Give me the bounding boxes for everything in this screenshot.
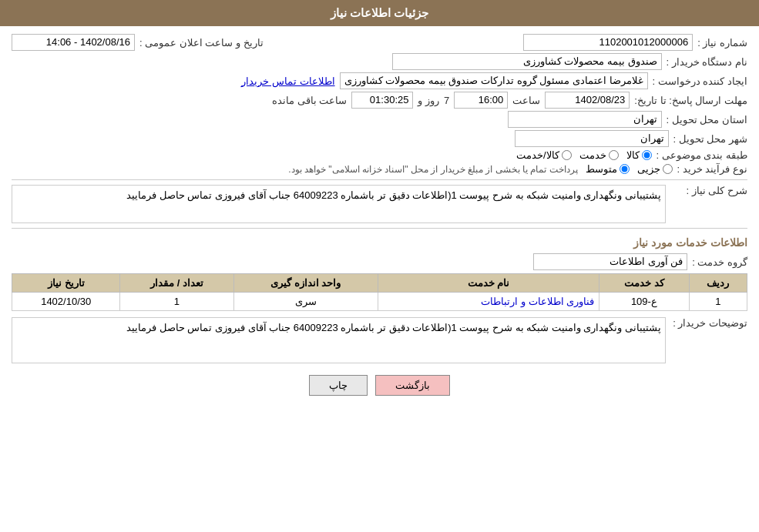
category-kala-khedmat-label: کالا/خدمت xyxy=(516,149,559,161)
col-code: کد خدمت xyxy=(599,274,689,293)
page-title: جزئیات اطلاعات نیاز xyxy=(331,6,428,19)
process-jozi-radio[interactable] xyxy=(663,164,673,174)
deadline-days: 7 xyxy=(444,95,449,106)
deadline-label: مهلت ارسال پاسخ: تا تاریخ: xyxy=(634,95,747,106)
category-kala: کالا xyxy=(626,149,652,161)
category-kala-radio[interactable] xyxy=(642,150,652,160)
buyer-desc-value: پشتیبانی ونگهداری وامنیت شبکه به شرح پیو… xyxy=(12,317,666,363)
category-kala-khedmat-radio[interactable] xyxy=(562,150,572,160)
cell-unit: سری xyxy=(233,293,378,311)
creator-value: غلامرضا اعتمادی مسئول گروه تداركات صندوق… xyxy=(340,72,648,89)
page-header: جزئیات اطلاعات نیاز xyxy=(0,0,759,26)
back-button[interactable]: بازگشت xyxy=(375,375,450,396)
row-need-description: شرح کلی نیاز : پشتیبانی ونگهداری وامنیت … xyxy=(12,185,747,223)
process-motavaset-label: متوسط xyxy=(586,163,617,175)
table-row: 1 ع-109 فناوری اطلاعات و ارتباطات سری 1 … xyxy=(12,293,747,311)
category-label: طبقه بندی موضوعی : xyxy=(657,149,747,161)
process-jozi: جزیی xyxy=(637,163,673,175)
category-khedmat-label: خدمت xyxy=(579,149,606,161)
cell-name: فناوری اطلاعات و ارتباطات xyxy=(378,293,599,311)
process-motavaset-radio[interactable] xyxy=(620,164,630,174)
need-description-label: شرح کلی نیاز : xyxy=(670,185,747,196)
row-category: طبقه بندی موضوعی : کالا خدمت کالا/خدمت xyxy=(12,149,747,161)
row-need-number: شماره نیاز : 1102001012000006 تاریخ و سا… xyxy=(12,34,747,51)
print-button[interactable]: چاپ xyxy=(309,375,368,396)
category-radio-group: کالا خدمت کالا/خدمت xyxy=(516,149,652,161)
cell-qty: 1 xyxy=(120,293,233,311)
row-deadline: مهلت ارسال پاسخ: تا تاریخ: 1402/08/23 سا… xyxy=(12,92,747,109)
category-kala-khedmat: کالا/خدمت xyxy=(516,149,572,161)
process-note: پرداخت تمام یا بخشی از مبلغ خریدار از مح… xyxy=(288,164,577,175)
deadline-date: 1402/08/23 xyxy=(545,92,630,109)
row-province: استان محل تحویل : تهران xyxy=(12,111,747,128)
org-name-label: نام دستگاه خریدار : xyxy=(667,56,747,68)
public-announce-label: تاریخ و ساعت اعلان عمومی : xyxy=(139,37,264,49)
page-container: جزئیات اطلاعات نیاز شماره نیاز : 1102001… xyxy=(0,0,759,532)
buyer-desc-label: توضیحات خریدار : xyxy=(670,317,747,329)
deadline-time-label: ساعت xyxy=(512,95,540,106)
row-city: شهر محل تحویل : تهران xyxy=(12,130,747,147)
need-number-label: شماره نیاز : xyxy=(697,37,747,49)
service-group-label: گروه خدمت : xyxy=(692,256,747,268)
creator-label: ایجاد کننده درخواست : xyxy=(653,75,747,87)
need-description-value: پشتیبانی ونگهداری وامنیت شبکه به شرح پیو… xyxy=(12,185,666,223)
province-value: تهران xyxy=(508,111,662,128)
col-unit: واحد اندازه گیری xyxy=(233,274,378,293)
deadline-days-label: روز و xyxy=(418,95,439,106)
category-khedmat: خدمت xyxy=(579,149,619,161)
col-date: تاریخ نیاز xyxy=(12,274,120,293)
process-label: نوع فرآیند خرید : xyxy=(677,163,747,175)
deadline-remaining-label: ساعت باقی مانده xyxy=(272,95,347,106)
row-buyer-desc: توضیحات خریدار : پشتیبانی ونگهداری وامنی… xyxy=(12,317,747,363)
contact-link[interactable]: اطلاعات تماس خریدار xyxy=(241,75,334,87)
services-table: ردیف کد خدمت نام خدمت واحد اندازه گیری ت… xyxy=(12,273,747,311)
need-number-value: 1102001012000006 xyxy=(523,34,693,51)
city-label: شهر محل تحویل : xyxy=(673,133,747,145)
public-announce-value: 1402/08/16 - 14:06 xyxy=(12,34,135,51)
cell-date: 1402/10/30 xyxy=(12,293,120,311)
city-value: تهران xyxy=(515,130,669,147)
org-name-value: صندوق بیمه محصولات کشاورزی xyxy=(392,53,662,70)
content-area: شماره نیاز : 1102001012000006 تاریخ و سا… xyxy=(0,26,759,411)
cell-code: ع-109 xyxy=(599,293,689,311)
row-org-name: نام دستگاه خریدار : صندوق بیمه محصولات ک… xyxy=(12,53,747,70)
row-service-group: گروه خدمت : فن آوری اطلاعات xyxy=(12,253,747,270)
col-qty: تعداد / مقدار xyxy=(120,274,233,293)
category-kala-label: کالا xyxy=(626,149,640,161)
col-name: نام خدمت xyxy=(378,274,599,293)
category-khedmat-radio[interactable] xyxy=(609,150,619,160)
footer-buttons: بازگشت چاپ xyxy=(12,375,747,396)
process-radio-group: جزیی متوسط پرداخت تمام یا بخشی از مبلغ خ… xyxy=(288,163,672,175)
cell-row: 1 xyxy=(689,293,747,311)
process-motavaset: متوسط xyxy=(586,163,630,175)
province-label: استان محل تحویل : xyxy=(667,114,747,125)
deadline-time: 16:00 xyxy=(454,92,508,109)
process-jozi-label: جزیی xyxy=(637,163,660,175)
service-group-value: فن آوری اطلاعات xyxy=(533,253,687,270)
services-section-title: اطلاعات خدمات مورد نیاز xyxy=(12,236,747,249)
row-process: نوع فرآیند خرید : جزیی متوسط پرداخت تمام… xyxy=(12,163,747,175)
deadline-remaining: 01:30:25 xyxy=(351,92,413,109)
row-creator: ایجاد کننده درخواست : غلامرضا اعتمادی مس… xyxy=(12,72,747,89)
col-row: ردیف xyxy=(689,274,747,293)
